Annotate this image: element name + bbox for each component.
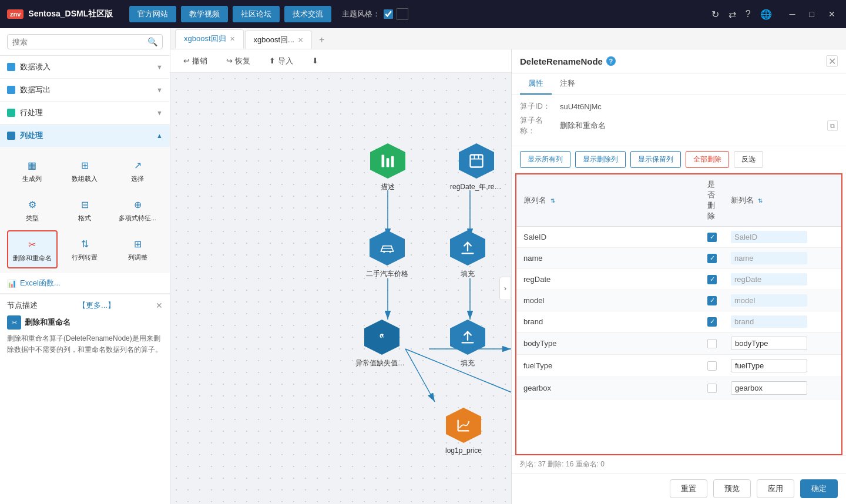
- show-kept-btn[interactable]: 显示保留列: [630, 151, 681, 168]
- search-input[interactable]: [12, 38, 147, 46]
- invert-btn[interactable]: 反选: [734, 151, 763, 168]
- delete-all-btn[interactable]: 全部删除: [686, 151, 729, 168]
- canvas[interactable]: 描述 regDate_年,regDa...: [170, 73, 511, 504]
- theme-dark-box[interactable]: [397, 8, 408, 20]
- cell-new-name[interactable]: [724, 332, 841, 355]
- new-name-input[interactable]: [731, 315, 807, 328]
- panel-table-container[interactable]: 原列名 ⇅ 是否删除 新列名 ⇅: [515, 173, 842, 455]
- confirm-btn[interactable]: 确定: [800, 479, 838, 498]
- canvas-expand-btn[interactable]: ›: [499, 277, 511, 300]
- canvas-node-describe[interactable]: 描述: [370, 143, 405, 192]
- sidebar-section-data-in-header[interactable]: 数据读入 ▼: [0, 56, 170, 78]
- checkbox-checked[interactable]: ✓: [707, 275, 717, 284]
- cell-new-name[interactable]: [724, 269, 841, 290]
- checkbox-unchecked[interactable]: [707, 384, 717, 393]
- cell-checkbox[interactable]: ✓: [700, 311, 724, 332]
- nav-btn-video[interactable]: 教学视频: [181, 6, 228, 22]
- panel-tab-notes[interactable]: 注释: [552, 73, 583, 95]
- sidebar-section-row-header[interactable]: 行处理 ▼: [0, 102, 170, 124]
- cell-new-name[interactable]: [724, 311, 841, 332]
- cell-new-name[interactable]: [724, 355, 841, 377]
- tab-xgboost-regression[interactable]: xgboost回归 ✕: [175, 29, 244, 49]
- tab-add-btn[interactable]: +: [313, 31, 330, 49]
- tab-close-1[interactable]: ✕: [298, 36, 303, 44]
- maximize-btn[interactable]: □: [806, 8, 818, 20]
- sort-newname-icon[interactable]: ⇅: [758, 197, 763, 204]
- cell-checkbox[interactable]: [700, 377, 724, 399]
- checkbox-checked[interactable]: ✓: [707, 233, 717, 242]
- node-desc-close[interactable]: ✕: [156, 301, 163, 310]
- node-hex-fill1: [450, 230, 485, 266]
- close-btn[interactable]: ✕: [825, 8, 839, 20]
- export-btn[interactable]: ⬇: [306, 54, 324, 68]
- grid-item-delrename[interactable]: ✂ 删除和重命名: [7, 230, 58, 268]
- checkbox-checked[interactable]: ✓: [707, 296, 717, 305]
- panel-help-btn[interactable]: ?: [606, 56, 616, 66]
- nav-btn-tech[interactable]: 技术交流: [284, 6, 331, 22]
- share-icon[interactable]: ⇄: [728, 9, 736, 20]
- new-name-input[interactable]: [731, 294, 807, 307]
- nav-btn-official[interactable]: 官方网站: [129, 6, 176, 22]
- grid-item-coladj[interactable]: ⊞ 列调整: [112, 230, 163, 268]
- cell-new-name[interactable]: [724, 377, 841, 399]
- new-name-input[interactable]: [731, 337, 807, 350]
- undo-btn[interactable]: ↩ 撤销: [177, 53, 213, 69]
- nav-btn-forum[interactable]: 社区论坛: [233, 6, 280, 22]
- cell-checkbox[interactable]: ✓: [700, 227, 724, 248]
- checkbox-checked[interactable]: ✓: [707, 254, 717, 263]
- panel-close-btn[interactable]: ✕: [826, 55, 838, 67]
- sidebar-excel[interactable]: 📊 Excel函数...: [0, 273, 170, 293]
- reset-btn[interactable]: 重置: [670, 479, 707, 498]
- node-hex-fill2: V: [364, 320, 400, 355]
- panel-tab-properties[interactable]: 属性: [520, 73, 552, 95]
- cell-checkbox[interactable]: ✓: [700, 269, 724, 290]
- new-name-input[interactable]: [731, 252, 807, 264]
- node-desc-more[interactable]: 【更多...】: [78, 300, 115, 311]
- new-name-input[interactable]: [731, 273, 807, 285]
- copy-btn[interactable]: ⧉: [827, 120, 838, 131]
- checkbox-unchecked[interactable]: [707, 361, 717, 371]
- show-all-btn[interactable]: 显示所有列: [520, 151, 570, 168]
- import-btn[interactable]: ⬆ 导入: [263, 53, 299, 69]
- cell-new-name[interactable]: [724, 227, 841, 248]
- apply-btn[interactable]: 应用: [757, 479, 794, 498]
- help-icon[interactable]: ?: [746, 9, 751, 19]
- canvas-node-fill1[interactable]: 填充: [450, 230, 485, 279]
- globe-icon[interactable]: 🌐: [760, 9, 772, 20]
- grid-item-poly[interactable]: ⊕ 多项式特征...: [112, 191, 163, 228]
- tab-close-0[interactable]: ✕: [230, 35, 235, 43]
- cell-new-name[interactable]: [724, 290, 841, 311]
- row-label: 行处理: [20, 107, 43, 118]
- grid-item-arrayin[interactable]: ⊞ 数组载入: [60, 152, 110, 189]
- cell-checkbox[interactable]: [700, 355, 724, 377]
- grid-item-select[interactable]: ↗ 选择: [112, 152, 163, 189]
- cell-checkbox[interactable]: ✓: [700, 290, 724, 311]
- canvas-node-log1p[interactable]: log1p_price: [445, 408, 482, 455]
- redo-btn[interactable]: ↪ 恢复: [220, 53, 256, 69]
- cell-checkbox[interactable]: [700, 332, 724, 355]
- refresh-icon[interactable]: ↻: [711, 9, 719, 20]
- grid-item-transpose[interactable]: ⇅ 行列转置: [60, 230, 110, 268]
- new-name-input[interactable]: [731, 359, 807, 372]
- grid-item-type[interactable]: ⚙ 类型: [7, 191, 58, 228]
- canvas-node-regdate[interactable]: regDate_年,regDa...: [450, 143, 503, 192]
- canvas-node-fill3[interactable]: 填充: [450, 320, 485, 368]
- theme-light-checkbox[interactable]: [384, 9, 393, 19]
- tab-xgboost-2[interactable]: xgboost回... ✕: [245, 31, 312, 49]
- canvas-node-car-price[interactable]: 二手汽车价格: [366, 230, 408, 279]
- cell-new-name[interactable]: [724, 248, 841, 269]
- minimize-btn[interactable]: ─: [786, 8, 799, 20]
- sort-original-icon[interactable]: ⇅: [550, 197, 555, 204]
- canvas-node-fill2[interactable]: V 异常值缺失值填充: [355, 320, 408, 368]
- checkbox-checked[interactable]: ✓: [707, 317, 717, 327]
- checkbox-unchecked[interactable]: [707, 339, 717, 348]
- grid-item-gencol[interactable]: ▦ 生成列: [7, 152, 58, 189]
- sidebar-section-data-out-header[interactable]: 数据写出 ▼: [0, 79, 170, 101]
- grid-item-format[interactable]: ⊟ 格式: [60, 191, 110, 228]
- preview-btn[interactable]: 预览: [713, 479, 751, 498]
- cell-checkbox[interactable]: ✓: [700, 248, 724, 269]
- sidebar-section-col-header[interactable]: 列处理 ▲: [0, 125, 170, 147]
- new-name-input[interactable]: [731, 381, 807, 395]
- show-deleted-btn[interactable]: 显示删除列: [575, 151, 626, 168]
- new-name-input[interactable]: [731, 231, 807, 243]
